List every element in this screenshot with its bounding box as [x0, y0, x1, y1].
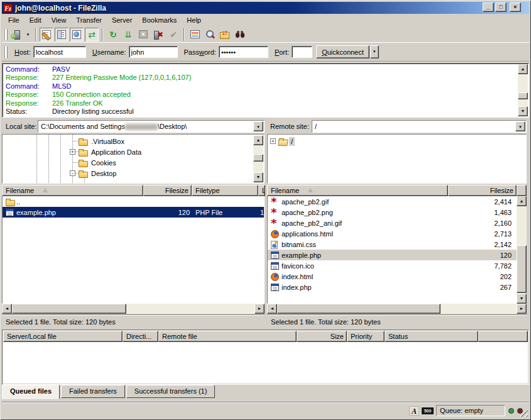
tree-item-cookies[interactable]: Cookies: [72, 157, 118, 168]
resize-grip[interactable]: [520, 409, 528, 417]
process-queue-icon: ⇊: [124, 30, 132, 40]
site-manager-button[interactable]: [9, 28, 23, 41]
column-header-filename[interactable]: Filename: [2, 185, 143, 196]
tab-failed-transfers[interactable]: Failed transfers: [61, 385, 125, 398]
file-row[interactable]: index.html202: [268, 271, 517, 282]
quickconnect-button[interactable]: Quickconnect: [316, 45, 370, 58]
remote-list-hscrollbar[interactable]: [267, 304, 527, 314]
scroll-down-button[interactable]: [253, 172, 263, 182]
refresh-button[interactable]: ↻: [106, 28, 120, 41]
toggle-remote-tree-button[interactable]: [70, 28, 84, 41]
cancel-operation-button[interactable]: ×: [136, 28, 150, 41]
column-header-remote-file[interactable]: Remote file: [158, 331, 297, 342]
scroll-left-button[interactable]: [267, 304, 277, 314]
expand-icon[interactable]: +: [70, 149, 75, 155]
scroll-thumb[interactable]: [277, 304, 441, 314]
file-row[interactable]: apache_pb2.png1,463: [268, 207, 517, 218]
local-list-hscrollbar[interactable]: [2, 304, 265, 314]
toggle-queue-button[interactable]: ⇄: [85, 28, 99, 41]
scroll-right-button[interactable]: [255, 304, 265, 314]
file-row[interactable]: favicon.ico7,782: [268, 260, 517, 271]
remote-list-scrollbar[interactable]: [517, 196, 527, 304]
menu-server[interactable]: Server: [107, 15, 137, 25]
queue-body[interactable]: [3, 342, 528, 384]
scroll-thumb[interactable]: [518, 92, 528, 99]
title-bar[interactable]: Fz john@localhost - FileZilla: [2, 2, 529, 14]
menu-edit[interactable]: Edit: [25, 15, 47, 25]
file-size: 7,782: [449, 262, 512, 270]
process-queue-button[interactable]: ⇊: [121, 28, 135, 41]
collapse-icon[interactable]: -: [70, 170, 75, 176]
log-scrollbar[interactable]: [518, 64, 528, 116]
port-input[interactable]: [292, 46, 312, 58]
file-row-example-php[interactable]: example.php 120 PHP File 1: [3, 207, 264, 218]
scroll-down-button[interactable]: [518, 106, 528, 116]
scroll-down-button[interactable]: [517, 294, 527, 304]
tree-item-application-data[interactable]: + Application Data: [70, 146, 143, 157]
menu-help[interactable]: Help: [182, 15, 206, 25]
toolbar-separator: [102, 28, 103, 41]
local-site-dropdown-button[interactable]: [253, 121, 263, 131]
site-manager-dropdown-button[interactable]: ▼: [24, 28, 32, 41]
menu-view[interactable]: View: [47, 15, 72, 25]
column-header-priority[interactable]: Priority: [347, 331, 385, 342]
password-input[interactable]: [219, 46, 268, 58]
menu-bookmarks[interactable]: Bookmarks: [137, 15, 182, 25]
toggle-message-log-button[interactable]: [40, 28, 53, 41]
minimize-button[interactable]: _: [483, 3, 494, 12]
quickconnect-dropdown-button[interactable]: ▼: [370, 45, 379, 58]
abort-button[interactable]: ✔: [167, 28, 180, 41]
remote-site-path: /: [313, 121, 515, 131]
scroll-up-button[interactable]: [517, 196, 527, 206]
remote-site-dropdown-button[interactable]: [515, 121, 525, 131]
column-header-server-local-file[interactable]: Server/Local file: [3, 331, 123, 342]
remote-site-combobox[interactable]: /: [312, 120, 527, 133]
file-row[interactable]: bitnami.css2,142: [268, 239, 517, 250]
scroll-left-button[interactable]: [2, 304, 12, 314]
scroll-right-button[interactable]: [517, 304, 527, 314]
column-header-filename[interactable]: Filename: [267, 185, 448, 196]
file-row-selected[interactable]: example.php120: [268, 250, 517, 260]
scroll-thumb[interactable]: [12, 304, 126, 314]
scroll-thumb[interactable]: [517, 245, 527, 293]
toggle-local-tree-button[interactable]: [55, 28, 68, 41]
file-row[interactable]: apache_pb2.gif2,414: [268, 196, 517, 207]
speed-limit-indicator-icon[interactable]: 500: [422, 407, 434, 414]
column-header-filetype[interactable]: Filetype: [192, 185, 258, 196]
expand-icon[interactable]: +: [270, 138, 276, 144]
menu-file[interactable]: File: [3, 15, 25, 25]
close-button[interactable]: ×: [510, 3, 521, 12]
scroll-thumb[interactable]: [253, 154, 263, 162]
file-row[interactable]: index.php267: [268, 282, 517, 292]
local-site-combobox[interactable]: C:\Documents and Settings\Desktop\: [38, 120, 265, 133]
file-row[interactable]: applications.html2,713: [268, 228, 517, 239]
file-row-parent[interactable]: ..: [3, 196, 264, 207]
tab-successful-transfers[interactable]: Successful transfers (1): [126, 385, 216, 398]
transfer-type-indicator-icon[interactable]: A: [409, 406, 419, 416]
quickconnect-grip[interactable]: [3, 47, 5, 58]
find-files-button[interactable]: [233, 28, 247, 41]
column-header-direction[interactable]: Directi...: [123, 331, 158, 342]
tree-item-desktop[interactable]: - Desktop: [70, 168, 118, 179]
filename-filters-button[interactable]: [203, 28, 217, 41]
host-input[interactable]: [33, 46, 86, 58]
directory-comparison-button[interactable]: [188, 28, 202, 41]
scroll-up-button[interactable]: [518, 64, 528, 74]
maximize-button[interactable]: □: [495, 3, 506, 12]
local-tree-scrollbar[interactable]: [253, 135, 263, 182]
scroll-up-button[interactable]: [253, 135, 263, 145]
synchronized-browsing-button[interactable]: [218, 28, 232, 41]
column-header-status[interactable]: Status: [385, 331, 478, 342]
column-header-lastmodified[interactable]: L: [258, 185, 265, 196]
disconnect-button[interactable]: ✖: [151, 28, 165, 41]
toolbar-grip[interactable]: [3, 29, 5, 40]
tree-item-root[interactable]: + /: [270, 136, 295, 146]
username-input[interactable]: [129, 46, 178, 58]
column-header-filesize[interactable]: Filesize: [448, 185, 517, 196]
column-header-filesize[interactable]: Filesize: [143, 185, 192, 196]
column-header-size[interactable]: Size: [297, 331, 347, 342]
file-row[interactable]: apache_pb2_ani.gif2,160: [268, 218, 517, 228]
menu-transfer[interactable]: Transfer: [71, 15, 107, 25]
tree-item-virtualbox[interactable]: .VirtualBox: [72, 136, 126, 146]
tab-queued-files[interactable]: Queued files: [2, 385, 60, 399]
